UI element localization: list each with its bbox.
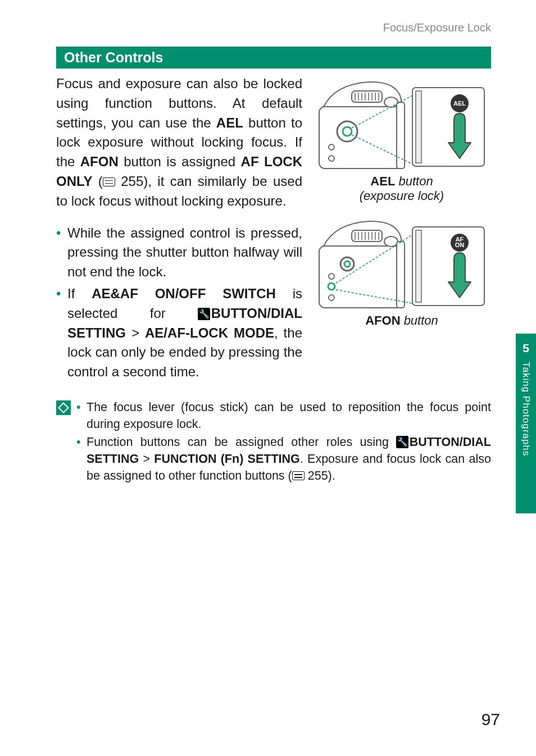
intro-text: ( — [92, 174, 102, 189]
caption-italic: button — [401, 313, 438, 327]
bullet-item: While the assigned control is pressed, p… — [56, 224, 302, 282]
page-number: 97 — [482, 710, 500, 729]
chapter-number: 5 — [523, 341, 529, 355]
svg-rect-37 — [397, 242, 405, 308]
svg-point-14 — [384, 97, 398, 107]
svg-rect-15 — [397, 102, 405, 168]
bullet-item: If AE&AF ON/OFF SWITCH is selected for 🔧… — [56, 284, 302, 382]
ael-caption: AEL button (exposure lock) — [360, 174, 444, 203]
afon-caption: AFON button — [365, 313, 438, 328]
svg-point-11 — [343, 127, 352, 136]
page-ref: 255). — [305, 469, 335, 482]
afon-button-label-2: ON — [455, 242, 465, 248]
running-head: Focus/Exposure Lock — [56, 21, 536, 34]
bullet-text: If — [67, 286, 92, 301]
page-ref-icon — [103, 177, 115, 186]
svg-rect-19 — [416, 91, 421, 163]
section-heading: Other Controls — [56, 47, 491, 69]
afon-label: AFON — [80, 154, 119, 169]
aeaf-switch-label: AE&AF ON/OFF SWITCH — [92, 286, 276, 301]
chapter-title: Taking Photographs — [520, 362, 532, 456]
svg-rect-40 — [412, 227, 484, 306]
wrench-icon: 🔧 — [396, 436, 408, 448]
tip-icon — [56, 400, 71, 415]
ael-button-label: AEL — [453, 100, 466, 107]
intro-paragraph: Focus and exposure can also be locked us… — [56, 74, 302, 211]
caption-bold: AFON — [365, 313, 400, 327]
svg-rect-1 — [352, 91, 382, 102]
aeaflock-mode-label: AE/AF-LOCK MODE — [145, 325, 274, 340]
svg-point-35 — [329, 295, 334, 300]
note-text: Function buttons can be assigned other r… — [87, 435, 396, 449]
gt: > — [139, 452, 154, 466]
svg-point-12 — [329, 144, 334, 150]
svg-point-32 — [344, 261, 350, 267]
svg-rect-22 — [352, 230, 382, 242]
caption-italic: button — [395, 174, 433, 188]
wrench-icon: 🔧 — [198, 308, 210, 320]
camera-ael-illustration: AEL — [312, 74, 491, 173]
svg-point-34 — [328, 283, 335, 290]
note-text: The focus lever (focus stick) can be use… — [87, 400, 491, 431]
note-item: The focus lever (focus stick) can be use… — [76, 399, 491, 432]
gt: > — [126, 325, 145, 340]
svg-rect-41 — [416, 230, 421, 302]
caption-sub: (exposure lock) — [360, 189, 444, 203]
caption-bold: AEL — [370, 174, 395, 188]
camera-afon-illustration: AF ON — [312, 213, 491, 312]
intro-text: button is assigned — [119, 154, 241, 169]
ael-label: AEL — [216, 115, 243, 130]
svg-point-13 — [329, 156, 334, 161]
note-item: Function buttons can be assigned other r… — [76, 434, 491, 484]
svg-point-33 — [329, 274, 334, 279]
chapter-tab: 5 Taking Photographs — [516, 334, 536, 513]
svg-rect-18 — [412, 88, 484, 166]
page-ref-icon — [292, 471, 305, 480]
fn-setting-label: FUNCTION (Fn) SETTING — [154, 452, 299, 466]
bullet-text: While the assigned control is pressed, p… — [67, 225, 302, 280]
